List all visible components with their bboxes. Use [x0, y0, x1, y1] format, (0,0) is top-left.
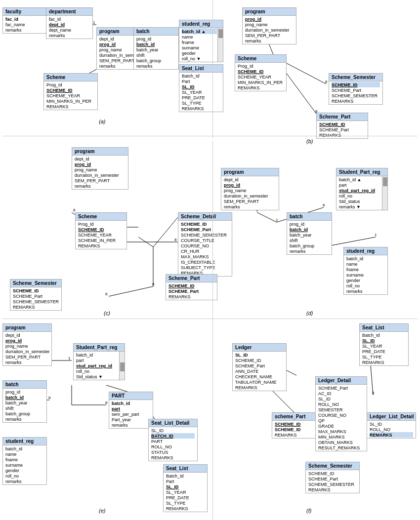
sl-rem-e: REMARKS — [166, 506, 205, 511]
part-table-e: PART batch_id part sem_per_part Part_yea… — [109, 392, 153, 429]
scheme-part-table-f: scheme_Part SCHEME_ID SCHEME_ID REMARKS — [272, 412, 321, 439]
program-header-d: program — [221, 168, 279, 176]
scheme-rem-b: REMARKS — [238, 85, 284, 90]
prog-dur-e: durration_in_semester — [5, 349, 49, 354]
prog-rem-d: remarks — [224, 204, 276, 209]
section-d-label: (d) — [306, 310, 313, 316]
sr-batch-d: batch_id — [346, 256, 385, 261]
sr-roll-e: roll_no — [5, 473, 44, 479]
svg-line-24 — [138, 237, 153, 247]
scheme-remarks-a: REMARKS — [46, 104, 95, 109]
sl-part-a: Part — [182, 79, 220, 84]
sd-is-cred: IS_CREDITABLE — [181, 259, 229, 265]
batch-group-e: batch_group — [5, 411, 44, 416]
sr-batch-e: batch_id — [5, 446, 44, 451]
sr-fname-e: fname — [5, 457, 44, 462]
svg-text:8: 8 — [105, 400, 108, 405]
spr-batch-e: batch_id — [76, 352, 119, 358]
scheme-table-b: Scheme Prog_Id SCHEME_ID SCHEME_YEAR MIN… — [235, 54, 287, 91]
prog-dept-e: dept_id — [5, 332, 49, 338]
prog-name-d: prog_name — [224, 188, 276, 193]
batch-table-e: batch prog_id batch_id batch_year shift … — [2, 380, 47, 423]
prog-id-b: prog_id — [245, 16, 294, 22]
sr-batch-id: batch_id ▲ — [182, 29, 217, 34]
batch-table-d: batch prog_id batch_id batch_year shift … — [287, 212, 332, 255]
batch-rem-d: remarks — [290, 248, 329, 254]
ss-part-b: SCHEME_Part — [332, 87, 380, 93]
section-a-label: (a) — [99, 119, 105, 124]
spr-batch-d: batch_id ▲ — [339, 177, 381, 182]
student-reg-header-e: student_reg — [3, 438, 46, 445]
batch-group-d: batch_group — [290, 243, 329, 248]
student-part-reg-table-d: Student_Part_reg batch_id ▲ part stud_pa… — [336, 168, 388, 210]
sl-pre-e: PRE_DATE — [166, 495, 205, 500]
svg-text:8: 8 — [73, 208, 76, 212]
ss-part-c: SCHEME_Part — [13, 293, 59, 299]
sd-scheme-part: SCHEME_Part — [181, 227, 229, 232]
batch-year-d: batch_year — [290, 232, 329, 238]
svg-text:8: 8 — [48, 396, 51, 400]
ld-qp: QP — [318, 418, 364, 423]
program-table-c: program dept_id prog_id prog_name durrat… — [72, 147, 128, 190]
part-id-e: part — [112, 406, 150, 411]
spr-rem-d: remarks ▼ — [339, 204, 381, 209]
dept-name: dept_name — [49, 27, 90, 33]
led-tabulator: TABULATOR_NAME — [235, 379, 284, 385]
sl-batch-e: Batch_Id — [166, 473, 205, 479]
sp-scheme-id-c: SCHEME_ID — [168, 283, 214, 288]
sl-part-e: Part — [166, 479, 205, 484]
lld-roll: ROLL_NO — [370, 427, 413, 432]
faculty-table: faculty fac_id fac_name remarks — [2, 7, 47, 34]
program-table-b: program prog_id prog_name durration_in_s… — [242, 7, 296, 44]
ssf-semester: SCHEME_SEMESTER — [308, 481, 357, 487]
ss-id-c: SCHEME_ID — [13, 288, 59, 293]
faculty-header: faculty — [3, 8, 46, 16]
svg-line-35 — [257, 212, 277, 222]
led-ann-date: ANN_DATE — [235, 368, 284, 374]
scheme-table-a: Scheme Prog_Id SCHEME_ID SCHEME_YEAR MIN… — [43, 73, 98, 110]
sr-gender-e: gender — [5, 468, 44, 473]
ld-scheme-part: SCHEME_Part — [318, 385, 364, 391]
spr-part-d: part — [339, 182, 381, 188]
section-e-label: (e) — [99, 508, 105, 514]
svg-text:8: 8 — [323, 203, 325, 207]
program-table-e: program dept_id prog_id prog_name durrat… — [2, 323, 52, 366]
ledger-table-f: Ledger SL_ID SCHEME_ID SCHEME_Part ANN_D… — [232, 343, 287, 391]
sr-gender: gender — [182, 50, 217, 56]
spr-id-e: stud_part_reg_id — [76, 363, 119, 368]
ld-min: MIN_MARKS — [318, 434, 364, 440]
dept-remarks: remarks — [49, 33, 90, 38]
batch-header-a: batch — [134, 28, 178, 36]
scheme-header-a: Scheme — [44, 74, 97, 81]
batch-header-e: batch — [3, 381, 46, 389]
batch-shift-e: shift — [5, 405, 44, 411]
svg-line-25 — [153, 217, 178, 247]
spr-roll-e: roll_no — [76, 368, 119, 374]
sl-remarks-a: REMARKS — [182, 106, 220, 111]
led-remarks: REMARKS — [235, 385, 284, 390]
slf-sl-id: SL_ID — [362, 338, 406, 343]
sr-name: name — [182, 34, 217, 40]
seat-list-detail-header-e: Seat_List_Detail — [149, 419, 197, 427]
batch-rem-e: remarks — [5, 416, 44, 422]
scheme-semester-header-f: Scheme_Semester — [306, 462, 359, 470]
scheme-part-table-b: Scheme_Part SCHEME_ID SCHEME_Part REMARK… — [316, 113, 368, 139]
svg-text:8: 8 — [174, 238, 177, 242]
seat-list-table-f: Seat_List Batch_Id SL_ID SL_YEAR PRE_DAT… — [359, 323, 409, 366]
student-reg-header-d: student_reg — [344, 247, 387, 255]
prog-duration-b: durration_in_semester — [245, 27, 294, 33]
program-header-e: program — [3, 324, 51, 332]
spf-scheme-id2: SCHEME_ID — [275, 427, 318, 432]
sld-status: STATUS — [151, 449, 195, 455]
prog-id-d: prog_id — [224, 182, 276, 188]
seat-list-header-f: Seat_List — [360, 324, 408, 332]
sr-roll: roll_no ▼ — [182, 56, 217, 61]
lld-sl-id: SL_ID — [370, 421, 413, 427]
slf-batch: Batch_Id — [362, 332, 406, 338]
ssf-remarks: REMARKS — [308, 487, 357, 492]
sd-max-marks: MAX_MARKS — [181, 254, 229, 259]
sd-scheme-id: SCHEME_ID — [181, 221, 229, 227]
prog-name-b: prog_name — [245, 22, 294, 27]
batch-table-a: batch prog_id batch_id batch_year shift … — [133, 27, 179, 70]
ld-roll: ROLL_NO — [318, 401, 364, 407]
